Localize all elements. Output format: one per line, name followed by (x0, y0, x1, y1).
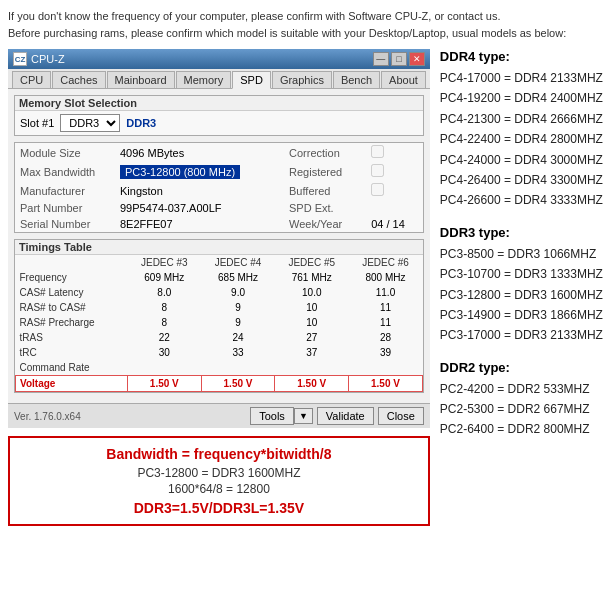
minimize-button[interactable]: — (373, 52, 389, 66)
ddr2-row-1: PC2-4200 = DDR2 533MHZ (440, 379, 603, 399)
buffered-label: Buffered (284, 181, 366, 200)
timings-col-jedec3: JEDEC #3 (127, 255, 201, 270)
module-size-value: 4096 MBytes (115, 143, 284, 162)
module-size-row: Module Size 4096 MBytes Correction (15, 143, 423, 162)
timings-col-jedec5: JEDEC #5 (275, 255, 349, 270)
serial-number-label: Serial Number (15, 216, 115, 232)
ddr2-row-3: PC2-6400 = DDR2 800MHZ (440, 419, 603, 439)
max-bandwidth-label: Max Bandwidth (15, 162, 115, 181)
ddr3-row-4: PC3-14900 = DDR3 1866MHZ (440, 305, 603, 325)
ddr-types-column: DDR4 type: PC4-17000 = DDR4 2133MHZ PC4-… (440, 49, 603, 526)
manufacturer-row: Manufacturer Kingston Buffered (15, 181, 423, 200)
ddr3-row-1: PC3-8500 = DDR3 1066MHZ (440, 244, 603, 264)
max-bandwidth-value: PC3-12800 (800 MHz) (115, 162, 284, 181)
cpuz-app-icon: CZ (13, 52, 27, 66)
memory-slot-label: Memory Slot Selection (15, 96, 423, 111)
validate-button[interactable]: Validate (317, 407, 374, 425)
tab-about[interactable]: About (381, 71, 426, 88)
bottom-buttons: Tools ▼ Validate Close (250, 407, 424, 425)
cpuz-version: Ver. 1.76.0.x64 (14, 411, 81, 422)
module-info-group: Module Size 4096 MBytes Correction Max B… (14, 142, 424, 233)
formula-title: Bandwidth = frequency*bitwidth/8 (20, 446, 418, 462)
slot-selector[interactable]: DDR3 (60, 114, 120, 132)
module-info-table: Module Size 4096 MBytes Correction Max B… (15, 143, 423, 232)
spd-ext-label: SPD Ext. (284, 200, 366, 216)
ddr3-title: DDR3 type: (440, 225, 603, 240)
timings-header-row: JEDEC #3 JEDEC #4 JEDEC #5 JEDEC #6 (16, 255, 423, 270)
tab-bench[interactable]: Bench (333, 71, 380, 88)
module-size-label: Module Size (15, 143, 115, 162)
correction-label: Correction (284, 143, 366, 162)
ddr4-title: DDR4 type: (440, 49, 603, 64)
manufacturer-value: Kingston (115, 181, 284, 200)
timings-table: JEDEC #3 JEDEC #4 JEDEC #5 JEDEC #6 Freq… (15, 255, 423, 392)
week-year-value: 04 / 14 (366, 216, 423, 232)
ddr4-section: DDR4 type: PC4-17000 = DDR4 2133MHZ PC4-… (440, 49, 603, 211)
timings-label: Timings Table (15, 240, 423, 255)
ddr4-row-7: PC4-26600 = DDR4 3333MHZ (440, 190, 603, 210)
ddr3-section: DDR3 type: PC3-8500 = DDR3 1066MHZ PC3-1… (440, 225, 603, 346)
formula-line1: PC3-12800 = DDR3 1600MHZ (20, 466, 418, 480)
instruction-line2: Before purchasing rams, please confirm w… (8, 25, 603, 42)
ddr4-row-1: PC4-17000 = DDR4 2133MHZ (440, 68, 603, 88)
manufacturer-label: Manufacturer (15, 181, 115, 200)
ddr3-row-2: PC3-10700 = DDR3 1333MHZ (440, 264, 603, 284)
correction-checkbox (366, 143, 423, 162)
close-button[interactable]: Close (378, 407, 424, 425)
tab-memory[interactable]: Memory (176, 71, 232, 88)
cpuz-title: CPU-Z (31, 53, 65, 65)
ras-to-cas-row: RAS# to CAS# 8 9 10 11 (16, 300, 423, 315)
tras-row: tRAS 22 24 27 28 (16, 330, 423, 345)
ddr2-row-2: PC2-5300 = DDR2 667MHZ (440, 399, 603, 419)
week-year-label: Week/Year (284, 216, 366, 232)
part-number-row: Part Number 99P5474-037.A00LF SPD Ext. (15, 200, 423, 216)
cpuz-bottom-bar: Ver. 1.76.0.x64 Tools ▼ Validate Close (8, 403, 430, 428)
cpuz-window: CZ CPU-Z — □ ✕ CPU Caches Mainboard Memo… (8, 49, 430, 526)
spd-ext-value (366, 200, 423, 216)
close-window-button[interactable]: ✕ (409, 52, 425, 66)
voltage-row: Voltage 1.50 V 1.50 V 1.50 V 1.50 V (16, 376, 423, 392)
ddr3-row-3: PC3-12800 = DDR3 1600MHZ (440, 285, 603, 305)
slot-ddr-value: DDR3 (126, 117, 156, 129)
instruction-text: If you don't know the frequency of your … (8, 8, 603, 41)
memory-slot-group: Memory Slot Selection Slot #1 DDR3 DDR3 (14, 95, 424, 136)
timings-col-jedec4: JEDEC #4 (201, 255, 275, 270)
cpuz-titlebar: CZ CPU-Z — □ ✕ (8, 49, 430, 69)
cas-latency-row: CAS# Latency 8.0 9.0 10.0 11.0 (16, 285, 423, 300)
ddr4-row-4: PC4-22400 = DDR4 2800MHZ (440, 129, 603, 149)
part-number-label: Part Number (15, 200, 115, 216)
tab-cpu[interactable]: CPU (12, 71, 51, 88)
ddr4-row-3: PC4-21300 = DDR4 2666MHZ (440, 109, 603, 129)
tools-button[interactable]: Tools (250, 407, 294, 425)
tab-mainboard[interactable]: Mainboard (107, 71, 175, 88)
tab-spd[interactable]: SPD (232, 71, 271, 89)
maximize-button[interactable]: □ (391, 52, 407, 66)
instruction-line1: If you don't know the frequency of your … (8, 8, 603, 25)
command-rate-row: Command Rate (16, 360, 423, 376)
timings-col-header-empty (16, 255, 128, 270)
frequency-row: Frequency 609 MHz 685 MHz 761 MHz 800 MH… (16, 270, 423, 285)
cpuz-content: Memory Slot Selection Slot #1 DDR3 DDR3 … (8, 89, 430, 403)
tools-button-group: Tools ▼ (250, 407, 313, 425)
serial-number-row: Serial Number 8E2FFE07 Week/Year 04 / 14 (15, 216, 423, 232)
timings-group: Timings Table JEDEC #3 JEDEC #4 JEDEC #5… (14, 239, 424, 393)
formula-line2: 1600*64/8 = 12800 (20, 482, 418, 496)
part-number-value: 99P5474-037.A00LF (115, 200, 284, 216)
tab-graphics[interactable]: Graphics (272, 71, 332, 88)
formula-emphasis: DDR3=1.5V/DDR3L=1.35V (20, 500, 418, 516)
formula-box: Bandwidth = frequency*bitwidth/8 PC3-128… (8, 436, 430, 526)
timings-col-jedec6: JEDEC #6 (349, 255, 423, 270)
serial-number-value: 8E2FFE07 (115, 216, 284, 232)
tab-caches[interactable]: Caches (52, 71, 105, 88)
trc-row: tRC 30 33 37 39 (16, 345, 423, 360)
registered-checkbox (366, 162, 423, 181)
registered-label: Registered (284, 162, 366, 181)
ddr2-title: DDR2 type: (440, 360, 603, 375)
tools-dropdown-arrow[interactable]: ▼ (294, 408, 313, 424)
buffered-checkbox (366, 181, 423, 200)
max-bandwidth-row: Max Bandwidth PC3-12800 (800 MHz) Regist… (15, 162, 423, 181)
ddr4-row-6: PC4-26400 = DDR4 3300MHZ (440, 170, 603, 190)
ras-precharge-row: RAS# Precharge 8 9 10 11 (16, 315, 423, 330)
ddr2-section: DDR2 type: PC2-4200 = DDR2 533MHZ PC2-53… (440, 360, 603, 440)
ddr4-row-5: PC4-24000 = DDR4 3000MHZ (440, 150, 603, 170)
